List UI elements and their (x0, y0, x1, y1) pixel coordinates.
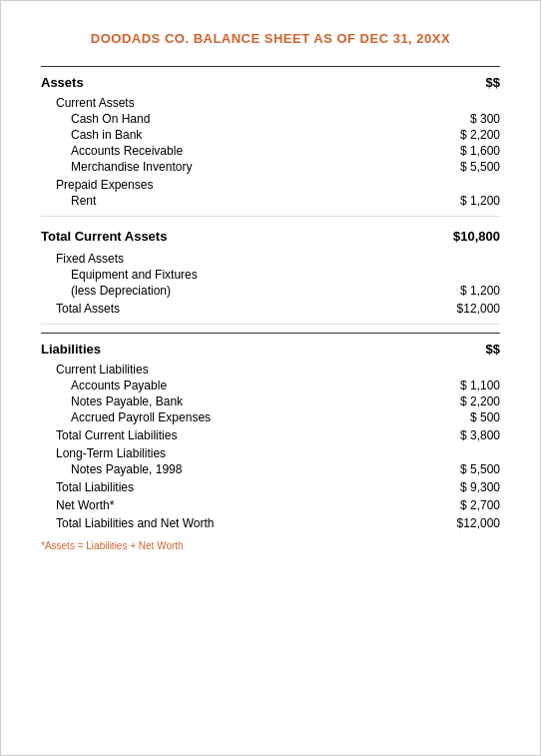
cash-on-hand-label: Cash On Hand (71, 112, 150, 126)
total-current-assets-label: Total Current Assets (41, 229, 167, 244)
assets-section-header: Assets $$ (41, 66, 500, 90)
total-current-liabilities-label: Total Current Liabilities (56, 428, 177, 442)
cash-in-bank-row: Cash in Bank $ 2,200 (71, 128, 500, 142)
accounts-receivable-amount: $ 1,600 (460, 144, 500, 158)
footnote: *Assets = Liabilities + Net Worth (41, 540, 500, 551)
accrued-payroll-amount: $ 500 (470, 410, 500, 424)
less-depreciation-row: (less Depreciation) $ 1,200 (71, 284, 500, 298)
page-title: DOODADS CO. BALANCE SHEET AS OF DEC 31, … (41, 31, 500, 46)
net-worth-row: Net Worth* $ 2,700 (56, 498, 500, 512)
liabilities-symbol: $$ (486, 342, 500, 357)
total-liabilities-net-worth-row: Total Liabilities and Net Worth $12,000 (56, 516, 500, 530)
net-worth-amount: $ 2,700 (460, 498, 500, 512)
liabilities-section-header: Liabilities $$ (41, 333, 500, 357)
merchandise-inventory-row: Merchandise Inventory $ 5,500 (71, 160, 500, 174)
total-current-assets-row: Total Current Assets $10,800 (41, 225, 500, 244)
accrued-payroll-label: Accrued Payroll Expenses (71, 410, 211, 424)
liabilities-label: Liabilities (41, 342, 101, 357)
less-depreciation-amount: $ 1,200 (460, 284, 500, 298)
cash-on-hand-amount: $ 300 (470, 112, 500, 126)
merchandise-inventory-label: Merchandise Inventory (71, 160, 192, 174)
divider-2 (41, 324, 500, 325)
rent-amount: $ 1,200 (460, 194, 500, 208)
accounts-receivable-label: Accounts Receivable (71, 144, 183, 158)
current-liabilities-label: Current Liabilities (56, 363, 500, 377)
total-current-liabilities-amount: $ 3,800 (460, 428, 500, 442)
fixed-assets-label: Fixed Assets (56, 252, 500, 266)
notes-payable-1998-row: Notes Payable, 1998 $ 5,500 (71, 462, 500, 476)
divider-1 (41, 216, 500, 217)
cash-in-bank-label: Cash in Bank (71, 128, 142, 142)
net-worth-label: Net Worth* (56, 498, 114, 512)
total-current-assets-amount: $10,800 (453, 229, 500, 244)
notes-payable-bank-row: Notes Payable, Bank $ 2,200 (71, 394, 500, 408)
balance-sheet-page: DOODADS CO. BALANCE SHEET AS OF DEC 31, … (0, 0, 541, 756)
notes-payable-bank-amount: $ 2,200 (460, 394, 500, 408)
total-assets-row: Total Assets $12,000 (56, 302, 500, 316)
equipment-fixtures-label: Equipment and Fixtures (71, 268, 500, 282)
total-liabilities-label: Total Liabilities (56, 480, 134, 494)
cash-in-bank-amount: $ 2,200 (460, 128, 500, 142)
accounts-payable-amount: $ 1,100 (460, 378, 500, 392)
long-term-liabilities-label: Long-Term Liabilities (56, 446, 500, 460)
rent-row: Rent $ 1,200 (71, 194, 500, 208)
total-liabilities-row: Total Liabilities $ 9,300 (56, 480, 500, 494)
merchandise-inventory-amount: $ 5,500 (460, 160, 500, 174)
rent-label: Rent (71, 194, 96, 208)
accounts-payable-label: Accounts Payable (71, 378, 167, 392)
notes-payable-1998-label: Notes Payable, 1998 (71, 462, 182, 476)
accounts-receivable-row: Accounts Receivable $ 1,600 (71, 144, 500, 158)
current-assets-label: Current Assets (56, 96, 500, 110)
accounts-payable-row: Accounts Payable $ 1,100 (71, 378, 500, 392)
accrued-payroll-row: Accrued Payroll Expenses $ 500 (71, 410, 500, 424)
cash-on-hand-row: Cash On Hand $ 300 (71, 112, 500, 126)
total-liabilities-net-worth-amount: $12,000 (457, 516, 500, 530)
assets-symbol: $$ (486, 75, 500, 90)
notes-payable-1998-amount: $ 5,500 (460, 462, 500, 476)
total-assets-amount: $12,000 (457, 302, 500, 316)
less-depreciation-label: (less Depreciation) (71, 284, 171, 298)
total-current-liabilities-row: Total Current Liabilities $ 3,800 (56, 428, 500, 442)
total-liabilities-net-worth-label: Total Liabilities and Net Worth (56, 516, 215, 530)
total-liabilities-amount: $ 9,300 (460, 480, 500, 494)
assets-label: Assets (41, 75, 84, 90)
total-assets-label: Total Assets (56, 302, 120, 316)
notes-payable-bank-label: Notes Payable, Bank (71, 394, 183, 408)
prepaid-expenses-label: Prepaid Expenses (56, 178, 500, 192)
